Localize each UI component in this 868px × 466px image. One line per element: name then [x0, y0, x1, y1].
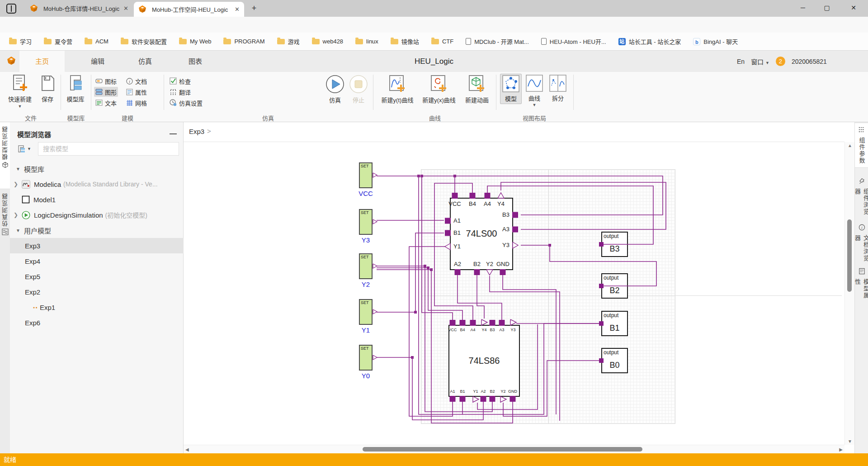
tree-item-LogicDesignSimulation[interactable]: ❯LogicDesignSimulation(初始化空模型) — [10, 207, 184, 223]
mohub-favicon — [30, 4, 40, 13]
window-maximize-button[interactable]: ▢ — [816, 0, 837, 16]
new-animation-button[interactable]: 新建动画 — [462, 75, 492, 104]
bookmark-item[interactable]: 夏令营 — [44, 37, 72, 46]
ribbon-tab-simulate[interactable]: 仿真 — [123, 51, 168, 72]
search-input[interactable]: 搜索模型 — [38, 142, 179, 156]
tree-item-Exp3[interactable]: Exp3 — [10, 238, 184, 253]
bookmark-item[interactable]: web428 — [312, 38, 344, 45]
set-tag: SET — [361, 164, 369, 168]
input-block-Y2[interactable]: SET — [359, 253, 373, 279]
translate-button[interactable]: 翻译 — [168, 87, 192, 97]
curve-view-button[interactable]: 曲线 ▼ — [524, 74, 545, 108]
document-button[interactable]: i文档 — [125, 76, 148, 86]
right-strip-tab-1[interactable]: 组件参数 — [855, 123, 868, 168]
ribbon-tab-edit[interactable]: 编辑 — [75, 51, 120, 72]
check-button[interactable]: 检查 — [168, 76, 192, 86]
tree-item-用户模型[interactable]: ▼用户模型 — [10, 223, 184, 238]
new-yx-curve-button[interactable]: 新建y(x)曲线 — [420, 75, 458, 104]
search-filter-button[interactable]: ▼ — [14, 142, 35, 156]
output-block-B0[interactable]: outputB0 — [601, 348, 628, 373]
chevron-right-icon[interactable]: ❯ — [14, 212, 19, 218]
window-minimize-button[interactable]: ─ — [793, 0, 813, 16]
tree-item-Exp4[interactable]: Exp4 — [10, 253, 184, 269]
notification-badge[interactable]: 2 — [776, 57, 785, 66]
bookmark-item[interactable]: MDClub - 开源 Mat... — [466, 37, 529, 46]
ribbon-tab-chart[interactable]: 图表 — [173, 51, 218, 72]
tree-item-模型库[interactable]: ▼模型库 — [10, 161, 184, 176]
expand-arrow-icon[interactable]: ▼ — [16, 228, 20, 233]
tab-close-icon[interactable]: ✕ — [123, 5, 128, 12]
breadcrumb-bar: Exp3 > — [184, 122, 844, 142]
input-block-Y1[interactable]: SET — [359, 299, 373, 325]
save-button[interactable]: 保存 — [36, 74, 59, 103]
scroll-up-icon[interactable]: ▲ — [848, 143, 852, 148]
output-label: B3 — [602, 244, 627, 254]
icon-view-button[interactable]: 图标 — [94, 76, 118, 86]
graphic-view-button[interactable]: 图形 — [94, 87, 118, 97]
window-close-button[interactable]: ✕ — [843, 0, 864, 16]
bookmark-item[interactable]: PROGRAM — [223, 38, 264, 45]
quick-new-dropdown-icon[interactable]: ▼ — [5, 104, 34, 109]
tree-item-Modelica[interactable]: ❯Modelica(Modelica Standard Library - Ve… — [10, 176, 184, 192]
bookmark-item[interactable]: 学习 — [9, 37, 32, 46]
output-block-B1[interactable]: outputB1 — [601, 311, 628, 336]
model-library-button[interactable]: 模型库 — [62, 74, 89, 103]
text-view-button[interactable]: 文本 — [94, 98, 118, 108]
right-strip-tab-3[interactable]: i文档浏览器 — [855, 221, 868, 262]
expand-arrow-icon[interactable]: ▼ — [16, 166, 20, 171]
browser-tab-2-active[interactable]: MoHub-工作空间-HEU_Logic ✕ — [134, 2, 244, 17]
window-menu[interactable]: 窗口 ▼ — [751, 57, 769, 66]
chevron-right-icon[interactable]: ❯ — [14, 181, 19, 187]
simulate-button[interactable]: 仿真 — [322, 75, 348, 104]
input-block-Y3[interactable]: SET — [359, 209, 373, 235]
tab-actions-icon[interactable] — [6, 4, 16, 14]
new-tab-button[interactable]: + — [248, 3, 260, 14]
chip-74LS86[interactable]: 74LS86 — [448, 325, 520, 397]
quick-new-button[interactable]: 快速新建 ▼ — [5, 74, 34, 109]
bookmark-item[interactable]: CTF — [431, 38, 453, 45]
left-strip-tab-2[interactable]: 仿真浏览器 — [0, 189, 10, 242]
tree-item-Model1[interactable]: Model1 — [10, 192, 184, 207]
breadcrumb[interactable]: Exp3 — [189, 128, 204, 135]
sim-settings-button[interactable]: 仿真设置 — [168, 98, 204, 108]
bookmark-item[interactable]: 软件安装配置 — [121, 37, 167, 46]
model-view-button[interactable]: 模型 — [500, 74, 522, 104]
ribbon-tab-home[interactable]: 主页 — [19, 51, 65, 72]
properties-button[interactable]: 属性 — [125, 87, 148, 97]
collapse-panel-button[interactable] — [170, 133, 177, 134]
bookmark-item[interactable]: 站站长工具 - 站长之家 — [618, 37, 681, 46]
scroll-right-icon[interactable]: ▶ — [839, 447, 843, 452]
split-view-button[interactable]: 拆分 — [547, 74, 569, 103]
left-strip-tab-1[interactable]: 模型浏览器 — [0, 122, 10, 189]
bookmark-item[interactable]: ACM — [85, 38, 108, 45]
grid-button[interactable]: 网格 — [125, 98, 148, 108]
bookmark-item[interactable]: bBingAI - 聊天 — [693, 37, 738, 46]
tab-close-icon[interactable]: ✕ — [235, 6, 240, 13]
output-block-B3[interactable]: outputB3 — [601, 232, 628, 257]
bookmark-item[interactable]: HEU-Atom - HEU开... — [541, 37, 606, 46]
vertical-scroll-thumb[interactable] — [847, 219, 852, 292]
horizontal-scroll-thumb[interactable] — [363, 447, 642, 452]
lang-toggle[interactable]: En — [737, 58, 745, 65]
bookmark-item[interactable]: linux — [355, 38, 378, 45]
new-yt-curve-button[interactable]: 新建y(t)曲线 — [378, 75, 417, 104]
diagram-canvas[interactable]: 74LS00VCCB4A4Y4A2B2Y2GNDA1B1Y1B3A3Y374LS… — [184, 142, 844, 445]
browser-tab-1[interactable]: MoHub-仓库详情-HEU_Logic ✕ — [25, 0, 133, 17]
group-label-simulation: 仿真 — [241, 114, 295, 122]
tree-item-Exp2[interactable]: Exp2 — [10, 284, 184, 300]
input-block-Y0[interactable]: SET — [359, 345, 373, 371]
tree-item-Exp1[interactable]: Exp1 — [10, 300, 184, 315]
scroll-down-icon[interactable]: ▼ — [848, 439, 852, 444]
horizontal-scrollbar[interactable]: ◀ ▶ — [184, 445, 844, 453]
curve-view-dropdown-icon[interactable]: ▼ — [524, 103, 545, 107]
right-strip-tab-4[interactable]: 模型属性 — [855, 265, 868, 302]
bookmark-item[interactable]: 镜像站 — [391, 37, 419, 46]
tree-item-Exp5[interactable]: Exp5 — [10, 269, 184, 284]
bookmark-item[interactable]: 游戏 — [277, 37, 300, 46]
scroll-left-icon[interactable]: ◀ — [185, 447, 189, 452]
tree-item-Exp6[interactable]: Exp6 — [10, 315, 184, 330]
bookmark-item[interactable]: My Web — [179, 38, 211, 45]
right-strip-tab-2[interactable]: 组件浏览器 — [855, 174, 868, 218]
input-block-VCC[interactable]: SET — [359, 162, 373, 188]
output-block-B2[interactable]: outputB2 — [601, 273, 628, 299]
